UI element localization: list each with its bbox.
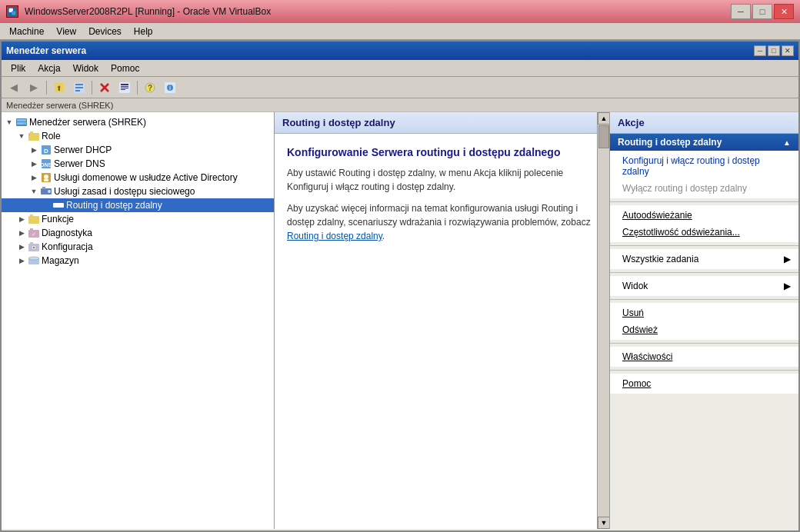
expand-icon-dhcp[interactable]: ▶ [28,144,40,156]
inner-title-bar: Menedżer serwera ─ □ ✕ [2,42,798,60]
tree-item-root[interactable]: ▼ Menedżer serwera (SHREK) [2,115,274,129]
adds-icon [40,171,52,184]
action-view-arrow: ▶ [784,281,791,291]
svg-text:⬆: ⬆ [56,85,62,92]
server-icon [15,116,28,128]
svg-point-24 [24,120,25,121]
tree-label-dhcp: Serwer DHCP [54,145,112,155]
action-properties[interactable]: Właściwości [610,348,798,365]
dns-icon: DNS [40,158,52,170]
features-icon [28,213,40,225]
svg-point-38 [48,190,51,193]
menu-help[interactable]: Help [128,25,159,38]
tree-label-npas: Usługi zasad i dostępu sieciowego [54,186,195,197]
main-content: ▼ Menedżer serwera (SHREK) ▼ [2,112,798,529]
expand-icon-storage[interactable]: ▶ [15,254,28,267]
middle-paragraph2-link[interactable]: Routing i dostęp zdalny [287,231,382,241]
tree-item-roles[interactable]: ▼ Role [2,129,274,143]
inner-menu-pomoc[interactable]: Pomoc [105,62,145,75]
actions-section-header[interactable]: Routing i dostęp zdalny ▲ [610,134,798,151]
action-refresh[interactable]: Odśwież [610,321,798,338]
svg-rect-35 [44,179,48,181]
expand-icon-root[interactable]: ▼ [3,116,15,128]
tree-panel: ▼ Menedżer serwera (SHREK) ▼ [2,112,275,529]
tree-item-config[interactable]: ▶ Konfiguracja [2,240,274,254]
action-all-tasks[interactable]: Wszystkie zadania ▶ [610,251,798,268]
svg-text:✓: ✓ [32,231,36,237]
expand-icon-config[interactable]: ▶ [15,241,28,253]
middle-panel-body: Konfigurowanie Serwera routingu i dostęp… [275,134,609,263]
expand-icon-routing[interactable] [40,199,52,211]
menu-devices[interactable]: Devices [82,25,128,38]
toolbar-show-button[interactable] [70,79,88,96]
action-disable-routing: Wyłącz routing i dostęp zdalny [610,180,798,197]
minimize-button[interactable]: ─ [731,4,751,19]
svg-point-34 [44,175,48,179]
toolbar-forward-button[interactable]: ▶ [25,79,43,96]
svg-rect-13 [121,86,128,87]
tree-item-routing[interactable]: Routing i dostęp zdalny [2,198,274,212]
inner-menu-plik[interactable]: Plik [5,62,32,75]
inner-close-button[interactable]: ✕ [782,45,794,56]
toolbar-back-button[interactable]: ◀ [5,79,23,96]
inner-menu-widok[interactable]: Widok [67,62,105,75]
action-update-freq[interactable]: Częstotliwość odświeżania... [610,224,798,241]
scrollbar-up-arrow[interactable]: ▲ [598,112,610,125]
tree-item-storage[interactable]: ▶ Magazyn [2,254,274,268]
action-separator-2 [610,245,798,246]
expand-icon-adds[interactable]: ▶ [28,171,40,184]
inner-menu-akcja[interactable]: Akcja [32,62,66,75]
tree-label-root: Menedżer serwera (SHREK) [29,117,146,128]
close-button[interactable]: ✕ [774,4,794,19]
menu-bar: Machine View Devices Help [0,23,800,40]
inner-minimize-button[interactable]: ─ [754,45,766,56]
breadcrumb-bar: Menedżer serwera (SHREK) [2,98,798,112]
svg-rect-37 [42,187,45,189]
expand-icon-features[interactable]: ▶ [15,213,28,225]
tree-item-npas[interactable]: ▼ Usługi zasad i dostępu sieciowego [2,185,274,198]
expand-icon-diagnostics[interactable]: ▶ [15,227,28,239]
expand-icon-dns[interactable]: ▶ [28,158,40,170]
svg-rect-14 [121,88,128,88]
menu-view[interactable]: View [50,25,82,38]
tree-label-roles: Role [42,131,61,141]
tree-label-adds: Usługi domenowe w usłudze Active Directo… [54,172,238,183]
action-help[interactable]: Pomoc [610,375,798,392]
inner-menu-bar: Plik Akcja Widok Pomoc [2,60,798,77]
title-bar-buttons: ─ □ ✕ [731,4,794,19]
tree-label-dns: Serwer DNS [54,158,105,169]
action-group: Konfiguruj i włącz routing i dostęp zdal… [610,151,798,198]
middle-paragraph1: Aby ustawić Routing i dostęp zdalny, w m… [287,166,597,194]
svg-point-51 [33,247,35,249]
dhcp-icon: D [40,144,52,156]
scrollbar-down-arrow[interactable]: ▼ [598,517,610,529]
expand-icon-npas[interactable]: ▼ [28,185,40,198]
inner-restore-button[interactable]: □ [768,45,780,56]
toolbar-up-button[interactable]: ⬆ [50,79,68,96]
svg-rect-2 [12,11,15,15]
toolbar-separator-2 [92,81,92,95]
tree-item-diagnostics[interactable]: ▶ ✓ Diagnostyka [2,226,274,240]
expand-icon-roles[interactable]: ▼ [15,130,28,142]
action-delete[interactable]: Usuń [610,304,798,321]
tree-item-features[interactable]: ▶ Funkcje [2,212,274,226]
action-separator-3 [610,272,798,273]
scrollbar-thumb[interactable] [598,125,609,148]
action-view[interactable]: Widok ▶ [610,278,798,294]
actions-section-chevron: ▲ [783,138,791,147]
toolbar-delete-button[interactable] [95,79,114,96]
middle-paragraph2: Aby uzyskać więcej informacji na temat k… [287,201,597,243]
toolbar-properties-button[interactable] [115,79,134,96]
tree-item-dhcp[interactable]: ▶ D Serwer DHCP [2,143,274,157]
menu-machine[interactable]: Machine [3,25,50,38]
toolbar-extra-button[interactable]: i [161,79,179,96]
toolbar-help-button[interactable]: ? [141,79,159,96]
action-configure-routing[interactable]: Konfiguruj i włącz routing i dostęp zdal… [610,152,798,180]
svg-point-40 [54,204,57,207]
tree-item-dns[interactable]: ▶ DNS Serwer DNS [2,157,274,171]
tree-item-adds[interactable]: ▶ Usługi domenowe w usłudze Active Direc… [2,171,274,185]
tree-label-routing: Routing i dostęp zdalny [66,200,162,211]
action-group-view: Widok ▶ [610,276,798,296]
restore-button[interactable]: □ [752,4,772,19]
action-autoupdate[interactable]: Autoodświeżanie [610,207,798,224]
